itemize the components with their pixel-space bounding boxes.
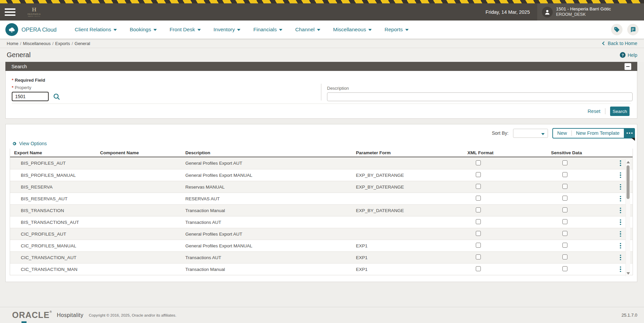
row-actions-kebab-icon[interactable] (618, 219, 623, 225)
collapse-search-button[interactable] (625, 63, 631, 70)
row-actions-kebab-icon[interactable] (618, 208, 623, 213)
xml-format-checkbox[interactable] (476, 231, 481, 236)
xml-format-checkbox[interactable] (476, 196, 481, 201)
breadcrumb-item-home[interactable]: Home (7, 41, 18, 46)
sensitive-data-checkbox[interactable] (562, 254, 567, 259)
sensitive-data-checkbox[interactable] (562, 207, 567, 212)
table-scrollbar[interactable] (626, 159, 630, 276)
description-cell: Transaction Manual (185, 208, 356, 213)
parameter-form-cell: EXP1 (356, 267, 467, 272)
row-actions-kebab-icon[interactable] (618, 184, 623, 190)
reset-button[interactable]: Reset (588, 109, 600, 114)
description-cell: General Profiles Export AUT (185, 161, 356, 166)
chevron-down-icon (197, 29, 201, 31)
export-name-cell: BIS_PROFILES_AUT (14, 161, 100, 166)
row-actions-kebab-icon[interactable] (618, 160, 623, 166)
xml-format-checkbox[interactable] (476, 243, 481, 248)
row-actions-kebab-icon[interactable] (618, 196, 623, 202)
table-row[interactable]: CIC_PROFILES_AUTGeneral Profiles Export … (10, 228, 633, 240)
sensitive-data-checkbox[interactable] (562, 231, 567, 236)
table-row[interactable]: CIC_TRANSACTION_MANTransaction ManualEXP… (10, 263, 633, 275)
xml-format-checkbox[interactable] (476, 184, 481, 189)
copyright-text: Copyright © 2016, 2025, Oracle and/or it… (89, 313, 177, 317)
more-actions-button[interactable] (624, 128, 635, 138)
primary-navigation-bar: OPERA Cloud Client RelationsBookingsFron… (0, 21, 644, 39)
nav-item-client-relations[interactable]: Client Relations (75, 27, 117, 33)
chevron-down-icon (279, 29, 282, 31)
xml-format-checkbox[interactable] (476, 219, 481, 224)
chevron-down-icon (237, 29, 240, 31)
chevron-down-icon (317, 29, 320, 31)
new-button[interactable]: New (553, 130, 571, 136)
nav-item-front-desk[interactable]: Front Desk (170, 27, 201, 33)
view-options-link[interactable]: View Options (12, 140, 637, 147)
sensitive-data-checkbox[interactable] (562, 219, 567, 224)
description-cell: General Profiles Export AUT (185, 232, 356, 237)
opera-cloud-home-link[interactable]: OPERA Cloud (5, 23, 57, 36)
xml-format-checkbox[interactable] (476, 207, 481, 212)
property-input[interactable] (12, 92, 49, 101)
top-application-bar: H HESPERIA BARRI GOTIC Friday, 14 Mar, 2… (0, 3, 644, 21)
nav-item-inventory[interactable]: Inventory (214, 27, 241, 33)
table-row[interactable]: BIS_RESERVAS_AUTRESERVAS AUT (10, 193, 633, 204)
scrollbar-thumb[interactable] (627, 165, 630, 199)
scroll-up-arrow-icon[interactable] (627, 161, 630, 163)
chevron-down-icon (405, 29, 409, 31)
search-panel-header: Search (5, 62, 637, 71)
column-header-xml-format: XML Format (467, 150, 551, 155)
help-link[interactable]: ? Help (620, 52, 637, 58)
scroll-down-arrow-icon[interactable] (627, 272, 630, 275)
export-name-cell: CIC_PROFILES_MANUAL (14, 243, 100, 248)
description-label: Description (327, 86, 633, 91)
breadcrumb-separator: / (20, 41, 21, 46)
row-actions-kebab-icon[interactable] (618, 267, 623, 272)
sensitive-data-checkbox[interactable] (562, 184, 567, 189)
back-to-home-link[interactable]: Back to Home (603, 41, 637, 46)
row-actions-kebab-icon[interactable] (618, 243, 623, 249)
property-search-icon[interactable] (53, 93, 60, 100)
row-actions-kebab-icon[interactable] (618, 231, 623, 237)
xml-format-checkbox[interactable] (476, 160, 481, 165)
property-context-switcher[interactable]: 1501 - Hesperia Barri Gòtic EROOM_DESK (537, 3, 644, 21)
nav-item-reports[interactable]: Reports (384, 27, 408, 33)
export-name-cell: BIS_TRANSACTIONS_AUT (14, 220, 100, 225)
sensitive-data-checkbox[interactable] (562, 266, 567, 271)
table-row[interactable]: BIS_TRANSACTIONTransaction ManualEXP_BY_… (10, 204, 633, 216)
current-workstation: EROOM_DESK (556, 12, 611, 17)
row-actions-kebab-icon[interactable] (618, 172, 623, 178)
nav-item-bookings[interactable]: Bookings (130, 27, 157, 33)
help-icon: ? (620, 52, 626, 58)
description-input[interactable] (327, 92, 633, 101)
table-row[interactable]: BIS_PROFILES_AUTGeneral Profiles Export … (10, 157, 633, 169)
nav-item-financials[interactable]: Financials (253, 27, 282, 33)
parameter-form-cell: EXP_BY_DATERANGE (356, 173, 467, 178)
xml-format-checkbox[interactable] (476, 254, 481, 259)
table-row[interactable]: CIC_TRANSACTION_AUTTransactions AUTEXP1 (10, 251, 633, 263)
breadcrumb-item-miscellaneous[interactable]: Miscellaneous (23, 41, 50, 46)
sensitive-data-checkbox[interactable] (562, 160, 567, 165)
nav-item-channel[interactable]: Channel (295, 27, 320, 33)
breadcrumb-item-general[interactable]: General (75, 41, 90, 46)
parameter-form-cell: EXP_BY_DATERANGE (356, 185, 467, 190)
xml-format-checkbox[interactable] (476, 172, 481, 177)
notes-feedback-icon[interactable] (627, 24, 639, 35)
xml-format-checkbox[interactable] (476, 266, 481, 271)
sensitive-data-checkbox[interactable] (562, 172, 567, 177)
sort-by-label: Sort By: (492, 130, 509, 136)
sensitive-data-checkbox[interactable] (562, 196, 567, 201)
quick-launch-tag-icon[interactable] (611, 24, 623, 35)
sort-by-dropdown[interactable] (513, 129, 548, 138)
table-row[interactable]: BIS_RESERVAReservas MANUALEXP_BY_DATERAN… (10, 181, 633, 193)
breadcrumb-item-exports[interactable]: Exports (55, 41, 70, 46)
hamburger-menu-icon[interactable] (5, 7, 15, 17)
export-name-cell: BIS_RESERVA (14, 185, 100, 190)
nav-item-miscellaneous[interactable]: Miscellaneous (333, 27, 372, 33)
table-row[interactable]: CIC_PROFILES_MANUALGeneral Profiles Expo… (10, 240, 633, 251)
export-name-cell: CIC_PROFILES_AUT (14, 232, 100, 237)
sensitive-data-checkbox[interactable] (562, 243, 567, 248)
search-button[interactable]: Search (610, 107, 630, 116)
new-from-template-button[interactable]: New From Template (572, 130, 624, 136)
table-row[interactable]: BIS_PROFILES_MANUALGeneral Profiles Expo… (10, 169, 633, 181)
row-actions-kebab-icon[interactable] (618, 255, 623, 260)
table-row[interactable]: BIS_TRANSACTIONS_AUTTransactions AUT (10, 216, 633, 228)
